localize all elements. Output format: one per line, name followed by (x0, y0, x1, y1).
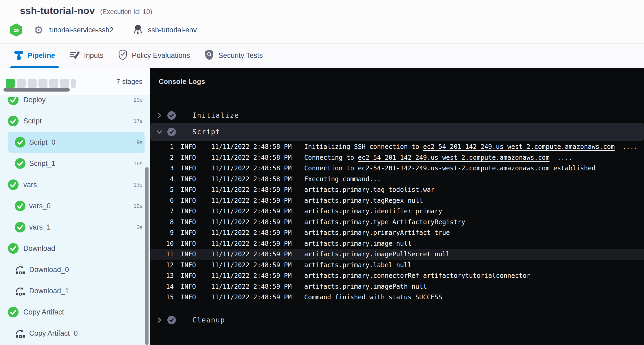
security-shield-scan-icon (204, 49, 214, 62)
log-level: INFO (181, 251, 196, 258)
log-line-number: 15 (155, 294, 174, 301)
stage-item-vars-0[interactable]: vars_012s (0, 195, 150, 217)
section-label: Cleanup (192, 316, 225, 324)
stage-success-icon (8, 243, 19, 254)
stage-name: vars (23, 181, 37, 189)
log-level: INFO (181, 283, 196, 290)
log-line-number: 14 (155, 283, 174, 290)
log-host-link[interactable]: ec2-54-201-142-249.us-west-2.compute.ama… (358, 154, 549, 161)
stage-item-deploy[interactable]: Deploy29s (0, 97, 150, 110)
log-message: artifacts.primary.type ArtifactoryRegist… (304, 218, 465, 226)
log-message: artifacts.primary.connectorRef artifacto… (304, 272, 530, 279)
horizontal-scrollbar-thumb[interactable] (3, 88, 70, 92)
log-timestamp: 11/11/2022 2:48:58 PM (211, 154, 291, 161)
stage-name: Copy Artifact (23, 308, 64, 316)
stage-success-icon (15, 222, 25, 232)
progress-segment (71, 79, 76, 88)
stage-item-download-1[interactable]: Download_1 (0, 280, 150, 301)
log-line-number: 2 (155, 154, 174, 161)
sidebar-scrollbar-thumb[interactable] (145, 167, 149, 345)
log-timestamp: 11/11/2022 2:48:59 PM (211, 294, 291, 301)
stage-item-vars-1[interactable]: vars_12s (0, 217, 150, 238)
log-message: Connection to ec2-54-201-142-249.us-west… (304, 165, 595, 172)
pipeline-icon (14, 49, 24, 62)
title-row: ssh-tutorial-nov (Execution Id: 10) (20, 5, 152, 16)
section-label: Initialize (192, 111, 239, 119)
log-host-link[interactable]: ec2-54-201-142-249.us-west-2.compute.ama… (423, 143, 615, 150)
tab-label: Security Tests (218, 51, 263, 60)
log-timestamp: 11/11/2022 2:48:59 PM (211, 229, 291, 236)
section-success-icon (167, 316, 176, 324)
stage-item-script-0[interactable]: Script_09s (0, 132, 150, 153)
log-message: artifacts.primary.imagePath null (304, 283, 427, 290)
stages-sidebar: 7 stages Deploy29sScript17sScript_09sScr… (0, 68, 150, 345)
log-message: artifacts.primary.tag todolist.war (304, 186, 434, 193)
log-line-number: 1 (155, 143, 174, 150)
progress-segment (60, 79, 69, 88)
execution-header: ssh-tutorial-nov (Execution Id: 10) ∞ ⚙ … (0, 0, 644, 43)
log-level: INFO (181, 240, 196, 247)
log-timestamp: 11/11/2022 2:48:59 PM (211, 197, 291, 204)
log-section-cleanup[interactable]: Cleanup (150, 313, 644, 327)
log-line-12: 12INFO11/11/2022 2:48:59 PMartifacts.pri… (150, 260, 644, 271)
log-section-initialize[interactable]: Initialize (150, 108, 644, 123)
log-line-13: 13INFO11/11/2022 2:48:59 PMartifacts.pri… (150, 270, 644, 281)
stage-name: Script (23, 117, 42, 125)
log-level: INFO (181, 197, 196, 204)
stage-success-icon (8, 116, 19, 126)
log-line-number: 11 (155, 251, 174, 258)
tab-security-tests[interactable]: Security Tests (204, 44, 263, 68)
section-success-icon (167, 111, 176, 120)
stage-name: Script_1 (29, 159, 55, 168)
log-section-script[interactable]: Script (150, 123, 644, 141)
stage-item-copy-artifact-0[interactable]: Copy Artifact_0 (0, 323, 150, 344)
progress-segment (6, 79, 15, 88)
progress-segment (38, 79, 47, 88)
stage-item-script-1[interactable]: Script_116s (0, 153, 150, 174)
log-line-3: 3INFO11/11/2022 2:48:58 PMConnection to … (150, 163, 644, 174)
log-timestamp: 11/11/2022 2:48:59 PM (211, 208, 291, 215)
log-level: INFO (181, 186, 196, 193)
log-message: artifacts.primary.tagRegex null (304, 197, 423, 204)
log-line-15: 15INFO11/11/2022 2:48:59 PMCommand finis… (150, 292, 644, 303)
stage-name: Download_0 (29, 266, 69, 274)
log-level: INFO (181, 229, 196, 236)
log-line-4: 4INFO11/11/2022 2:48:58 PMExecuting comm… (150, 174, 644, 185)
stage-progress-bar (6, 79, 76, 88)
stage-duration: 9s (137, 139, 142, 145)
service-environment-row: ∞ ⚙ tutorial-service-ssh2 ssh-tutorial-e… (10, 23, 197, 37)
log-line-number: 6 (155, 197, 174, 204)
log-timestamp: 11/11/2022 2:48:58 PM (211, 143, 291, 150)
section-success-icon (167, 128, 176, 136)
log-host-link[interactable]: ec2-54-201-142-249.us-west-2.compute.ama… (358, 165, 549, 172)
stage-item-download[interactable]: Download (0, 238, 150, 259)
stage-success-icon (15, 137, 25, 148)
log-line-6: 6INFO11/11/2022 2:48:59 PMartifacts.prim… (150, 195, 644, 206)
stage-duration: 29s (133, 97, 142, 103)
cd-module-icon: ∞ (10, 23, 22, 37)
stage-item-download-0[interactable]: Download_0 (0, 259, 150, 280)
log-level: INFO (181, 208, 196, 215)
stage-duration: 17s (133, 118, 142, 124)
progress-segment (17, 79, 26, 88)
log-line-8: 8INFO11/11/2022 2:48:59 PMartifacts.prim… (150, 217, 644, 228)
tab-inputs[interactable]: Inputs (69, 44, 104, 68)
log-level: INFO (181, 218, 196, 226)
stage-item-script[interactable]: Script17s (0, 110, 150, 132)
log-line-number: 3 (155, 165, 174, 172)
tab-policy-evaluations[interactable]: Policy Evaluations (118, 44, 190, 68)
stage-name: Copy Artifact_0 (29, 329, 78, 338)
log-message: artifacts.primary.imagePullSecret null (304, 251, 450, 258)
stage-name: Deploy (23, 97, 46, 104)
stage-item-vars[interactable]: vars13s (0, 174, 150, 195)
log-lines: 1INFO11/11/2022 2:48:58 PMInitializing S… (150, 141, 644, 303)
log-message: artifacts.primary.image null (304, 240, 412, 247)
command-step-icon (15, 328, 25, 338)
environment-icon (133, 24, 143, 36)
log-line-number: 7 (155, 208, 174, 215)
tab-pipeline[interactable]: Pipeline (14, 44, 55, 68)
stage-name: vars_1 (29, 223, 51, 231)
tab-label: Pipeline (28, 51, 55, 60)
stage-item-copy-artifact[interactable]: Copy Artifact (0, 301, 150, 323)
stage-success-icon (8, 307, 19, 317)
